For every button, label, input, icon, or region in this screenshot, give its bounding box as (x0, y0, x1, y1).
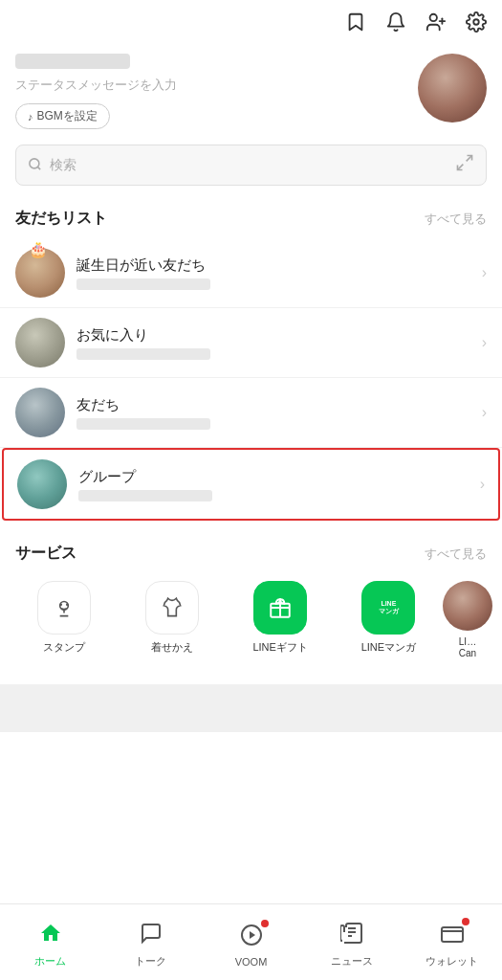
search-icon (28, 157, 42, 174)
friend-sub-blur-4 (78, 490, 212, 501)
search-placeholder: 検索 (50, 157, 455, 174)
bookmark-icon[interactable] (345, 11, 366, 38)
services-section-title: サービス (15, 544, 76, 564)
line-gift-icon (253, 581, 307, 635)
friends-section-header: 友だちリスト すべて見る (0, 201, 502, 238)
bottom-nav: ホーム トーク VOOM (0, 903, 502, 980)
home-icon (39, 922, 62, 950)
cam-avatar (443, 581, 492, 631)
friend-name-group: グループ (78, 468, 480, 486)
friends-see-all[interactable]: すべて見る (425, 211, 487, 228)
favorite-avatar (15, 318, 65, 368)
search-expand-icon[interactable] (455, 153, 474, 177)
crown-icon: 🎂 (29, 240, 48, 258)
svg-point-9 (59, 603, 62, 606)
wallet-label: ウォレット (426, 954, 478, 969)
friend-info-birthday: 誕生日が近い友だち (76, 256, 482, 290)
svg-marker-13 (250, 931, 255, 939)
chevron-right-icon-4: › (480, 476, 485, 493)
profile-status: ステータスメッセージを入力 (15, 77, 418, 94)
talk-label: トーク (135, 954, 166, 969)
wallet-badge (462, 918, 469, 925)
friend-item-birthday[interactable]: 🎂 誕生日が近い友だち › (0, 238, 502, 308)
profile-name-blur (15, 54, 130, 69)
talk-icon (140, 922, 163, 950)
chevron-right-icon: › (482, 264, 487, 281)
music-icon: ♪ (28, 111, 33, 122)
friend-name-birthday: 誕生日が近い友だち (76, 256, 482, 275)
birthday-avatar: 🎂 (15, 248, 65, 298)
friend-item-group[interactable]: グループ › (2, 448, 500, 521)
home-label: ホーム (34, 954, 66, 969)
service-item-cam[interactable]: LI…Can (443, 581, 492, 659)
friend-item-friends[interactable]: 友だち › (0, 378, 502, 448)
line-manga-icon: LINEマンガ (361, 581, 415, 635)
friend-name-friends: 友だち (76, 396, 482, 414)
friend-sub-blur (76, 278, 210, 290)
service-item-kigae[interactable]: 着せかえ (118, 581, 226, 659)
search-bar[interactable]: 検索 (15, 145, 487, 186)
nav-item-news[interactable]: ニュース (301, 916, 402, 969)
news-label: ニュース (331, 954, 373, 969)
add-friend-icon[interactable] (426, 11, 447, 38)
bgm-label: BGMを設定 (37, 108, 98, 124)
voom-label: VOOM (235, 956, 268, 968)
services-see-all[interactable]: すべて見る (425, 546, 487, 563)
line-gift-label: LINEギフト (252, 640, 307, 655)
settings-icon[interactable] (466, 11, 487, 38)
svg-point-3 (473, 19, 479, 25)
svg-rect-17 (442, 927, 463, 942)
nav-item-talk[interactable]: トーク (100, 916, 201, 969)
voom-icon (240, 924, 263, 952)
friend-info-favorites: お気に入り (76, 326, 482, 360)
friend-info-friends: 友だち (76, 396, 482, 430)
friend-name-favorites: お気に入り (76, 326, 482, 345)
svg-line-6 (467, 156, 472, 162)
friends-avatar (15, 388, 65, 437)
manga-text: LINEマンガ (379, 600, 399, 614)
services-section-header: サービス すべて見る (0, 536, 502, 573)
friend-sub-blur-2 (76, 348, 210, 360)
svg-line-7 (458, 165, 464, 170)
bgm-button[interactable]: ♪ BGMを設定 (15, 103, 110, 129)
kigae-label: 着せかえ (151, 640, 193, 655)
svg-point-10 (66, 603, 69, 606)
service-item-line-gift[interactable]: LINEギフト (227, 581, 335, 659)
service-item-line-manga[interactable]: LINEマンガ LINEマンガ (335, 581, 443, 659)
service-item-stamp[interactable]: スタンプ (10, 581, 118, 659)
chevron-right-icon-2: › (482, 334, 487, 351)
line-manga-label: LINEマンガ (361, 640, 416, 655)
nav-item-wallet[interactable]: ウォレット (402, 916, 502, 969)
news-icon (340, 922, 363, 950)
profile-section: ステータスメッセージを入力 ♪ BGMを設定 (0, 46, 502, 141)
friend-item-favorites[interactable]: お気に入り › (0, 308, 502, 378)
friends-section-title: 友だちリスト (15, 209, 107, 229)
wallet-icon (441, 922, 464, 950)
voom-badge (261, 920, 269, 927)
services-grid: スタンプ 着せかえ LINEギフト (0, 573, 502, 667)
nav-item-home[interactable]: ホーム (0, 916, 100, 969)
nav-item-voom[interactable]: VOOM (201, 918, 301, 968)
chevron-right-icon-3: › (482, 404, 487, 421)
svg-line-5 (37, 167, 40, 169)
friend-sub-blur-3 (76, 418, 210, 430)
kigae-icon (145, 581, 199, 635)
bell-icon[interactable] (385, 11, 406, 38)
header (0, 0, 502, 46)
profile-avatar[interactable] (418, 54, 487, 122)
profile-info: ステータスメッセージを入力 ♪ BGMを設定 (15, 54, 418, 129)
stamp-icon (37, 581, 91, 635)
services-section: サービス すべて見る スタンプ 着せかえ (0, 521, 502, 675)
group-avatar (17, 459, 67, 509)
gray-bar (0, 684, 502, 732)
cam-label: LI…Can (459, 636, 476, 659)
stamp-label: スタンプ (43, 640, 85, 655)
svg-point-4 (30, 158, 39, 167)
svg-point-0 (430, 14, 437, 21)
friend-info-group: グループ (78, 468, 480, 501)
